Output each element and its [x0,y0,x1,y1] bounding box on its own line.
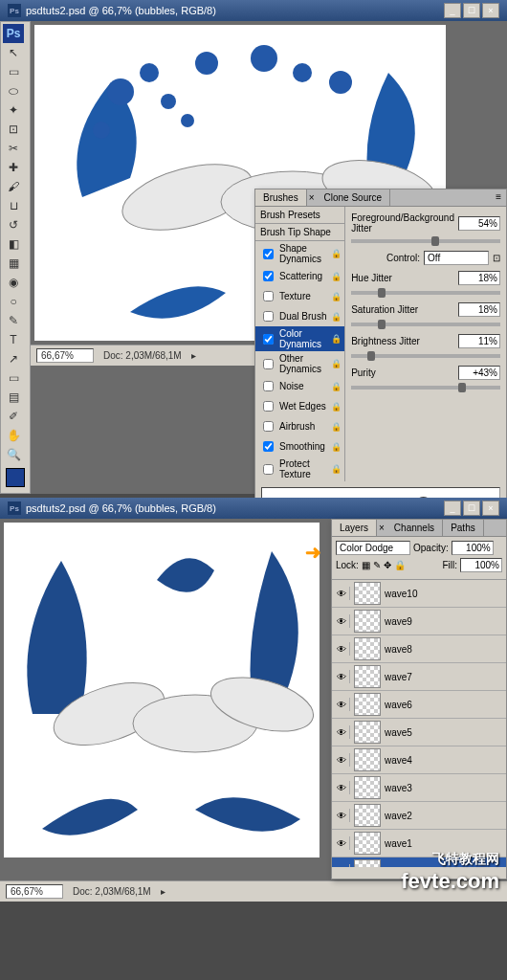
minimize-button[interactable]: _ [444,501,461,516]
lock-icon[interactable]: 🔒 [331,292,341,301]
visibility-eye-icon[interactable]: 👁 [334,753,350,767]
dropdown-arrow-icon[interactable]: ▸ [161,886,165,897]
layer-wave3[interactable]: 👁wave3 [332,774,506,802]
visibility-eye-icon[interactable]: 👁 [334,614,350,628]
layer-thumbnail[interactable] [354,776,381,799]
visibility-eye-icon[interactable]: 👁 [334,642,350,656]
pen-tool-icon[interactable]: ✎ [3,311,24,330]
preset-checkbox[interactable] [263,291,274,301]
lasso-tool-icon[interactable]: ⬭ [3,81,24,100]
visibility-eye-icon[interactable]: 👁 [334,725,350,739]
visibility-eye-icon[interactable]: 👁 [334,698,350,711]
sat-jitter-value[interactable]: 18% [458,302,500,317]
preset-airbrush[interactable]: Airbrush🔒 [255,416,344,436]
eyedropper-tool-icon[interactable]: ✐ [3,407,24,426]
layer-wave2[interactable]: 👁wave2 [332,802,506,830]
layer-thumbnail[interactable] [354,748,381,771]
preset-other-dynamics[interactable]: Other Dynamics🔒 [255,351,344,376]
layer-thumbnail[interactable] [354,804,381,827]
heal-tool-icon[interactable]: ✚ [3,158,24,177]
layer-thumbnail[interactable] [354,693,381,716]
wand-tool-icon[interactable]: ✦ [3,100,24,120]
preset-checkbox[interactable] [263,359,274,369]
lock-icon[interactable]: 🔒 [331,402,341,412]
eraser-tool-icon[interactable]: ◧ [3,234,24,254]
lock-all-icon[interactable]: 🔒 [394,560,406,570]
brush-tool-icon[interactable]: 🖌 [3,177,24,196]
preset-shape-dynamics[interactable]: Shape Dynamics🔒 [255,241,344,266]
foreground-color[interactable] [6,468,25,487]
dodge-tool-icon[interactable]: ○ [3,292,24,311]
bright-jitter-value[interactable]: 11% [458,334,500,348]
fill-value[interactable]: 100% [460,558,502,572]
preset-wet-edges[interactable]: Wet Edges🔒 [255,396,344,416]
preset-checkbox[interactable] [263,441,274,452]
visibility-eye-icon[interactable]: 👁 [334,809,350,822]
preset-color-dynamics[interactable]: Color Dynamics🔒 [255,326,344,351]
shape-tool-icon[interactable]: ▭ [3,368,24,388]
preset-smoothing[interactable]: Smoothing🔒 [255,436,344,457]
visibility-eye-icon[interactable]: 👁 [334,670,350,683]
layer-thumbnail[interactable] [354,859,381,867]
lock-icon[interactable]: 🔒 [331,359,341,368]
lock-move-icon[interactable]: ✥ [384,560,391,570]
layer-thumbnail[interactable] [354,637,381,660]
layer-wave6[interactable]: 👁wave6 [332,691,506,719]
dropdown-arrow-icon[interactable]: ▸ [191,350,196,361]
lock-brush-icon[interactable]: ✎ [373,560,381,570]
fgbg-jitter-value[interactable]: 54% [458,216,500,231]
stamp-tool-icon[interactable]: ⊔ [3,196,24,215]
layer-thumbnail[interactable] [354,665,381,688]
layer-wave4[interactable]: 👁wave4 [332,746,506,774]
purity-value[interactable]: +43% [458,366,500,380]
presets-header[interactable]: Brush Presets [255,207,344,224]
lock-icon[interactable]: 🔒 [331,422,341,432]
layer-wave7[interactable]: 👁wave7 [332,663,506,691]
tab-paths[interactable]: Paths [443,520,484,536]
marquee-tool-icon[interactable]: ▭ [3,62,24,81]
preset-checkbox[interactable] [263,421,274,432]
control-dropdown[interactable]: Off [424,251,489,265]
bright-slider[interactable] [351,354,500,358]
crop-tool-icon[interactable]: ⊡ [3,120,24,139]
maximize-button[interactable]: ☐ [463,501,480,516]
slice-tool-icon[interactable]: ✂ [3,139,24,158]
blend-mode-dropdown[interactable]: Color Dodge [336,541,410,555]
preset-texture[interactable]: Texture🔒 [255,286,344,306]
hue-jitter-value[interactable]: 18% [458,271,500,285]
minimize-button[interactable]: _ [444,3,461,18]
lock-icon[interactable]: 🔒 [331,312,341,322]
preset-scattering[interactable]: Scattering🔒 [255,266,344,286]
layer-thumbnail[interactable] [354,721,381,744]
opacity-value[interactable]: 100% [452,541,494,555]
sat-slider[interactable] [351,323,500,326]
layer-thumbnail[interactable] [354,582,381,605]
preset-checkbox[interactable] [263,249,274,259]
visibility-eye-icon[interactable]: 👁 [334,836,350,850]
path-tool-icon[interactable]: ↗ [3,349,24,368]
zoom-tool-icon[interactable]: 🔍 [3,445,24,464]
maximize-button[interactable]: ☐ [463,3,480,18]
tab-channels[interactable]: Channels [386,520,443,536]
visibility-eye-icon[interactable]: 👁 [334,781,350,794]
layer-thumbnail[interactable] [354,610,381,633]
layer-wave8[interactable]: 👁wave8 [332,635,506,663]
panel-menu-icon[interactable]: ≡ [491,189,506,206]
fgbg-slider[interactable] [351,239,500,243]
preset-checkbox[interactable] [263,401,274,412]
ps-logo[interactable]: Ps [3,24,24,43]
tab-brushes[interactable]: Brushes [255,189,307,206]
zoom-level[interactable]: 66,67% [6,884,63,899]
move-tool-icon[interactable]: ↖ [3,43,24,62]
visibility-eye-icon[interactable]: 👁 [334,864,350,867]
tab-clone-source[interactable]: Clone Source [317,189,391,206]
visibility-eye-icon[interactable]: 👁 [334,587,350,600]
history-brush-icon[interactable]: ↺ [3,215,24,234]
preset-noise[interactable]: Noise🔒 [255,376,344,396]
canvas[interactable] [4,523,320,858]
tab-layers[interactable]: Layers [332,520,377,536]
preset-checkbox[interactable] [263,311,274,322]
lock-icon[interactable]: 🔒 [331,464,341,474]
lock-icon[interactable]: 🔒 [331,272,341,281]
hand-tool-icon[interactable]: ✋ [3,426,24,445]
